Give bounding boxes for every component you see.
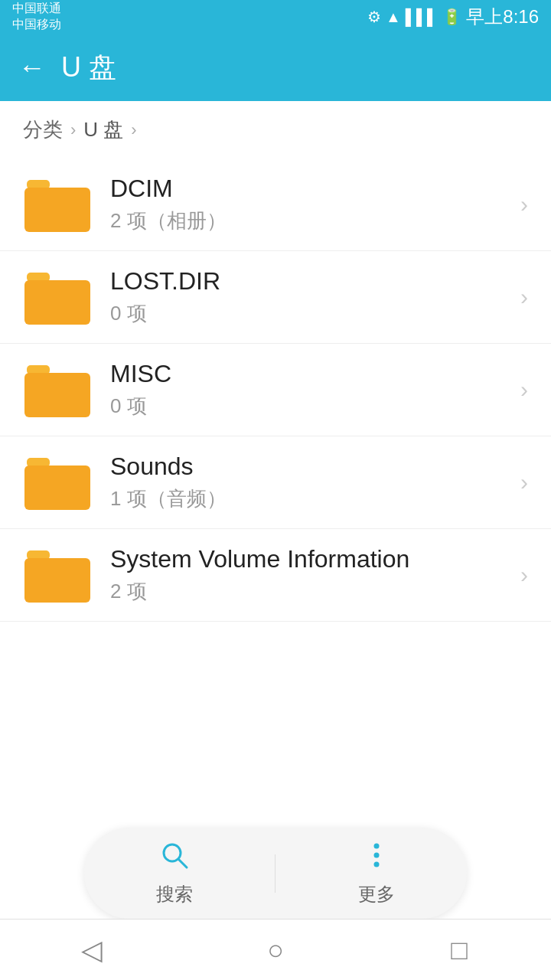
folder-icon-svi <box>23 544 92 606</box>
breadcrumb: 分类 › U 盘 › <box>0 101 551 158</box>
more-icon <box>361 840 392 877</box>
nav-recent-button[interactable]: □ <box>436 927 482 973</box>
chevron-misc: › <box>520 377 528 403</box>
chevron-dcim: › <box>520 191 528 217</box>
page-title: U 盘 <box>61 49 116 87</box>
file-item-svi[interactable]: System Volume Information 2 项 › <box>0 529 551 622</box>
svg-rect-1 <box>24 188 90 232</box>
nav-home-button[interactable]: ○ <box>253 927 298 973</box>
svg-point-12 <box>374 844 380 849</box>
folder-icon-lostdir <box>23 266 92 328</box>
more-label: 更多 <box>358 882 395 906</box>
status-time: 早上8:16 <box>466 5 539 29</box>
status-bar: 中国联通 中国移动 ⚙ ▲ ▌▌▌ 🔋 早上8:16 <box>0 0 551 34</box>
breadcrumb-root[interactable]: 分类 <box>23 116 63 143</box>
bottom-toolbar: 搜索 更多 <box>84 828 467 919</box>
file-meta-misc: 0 项 <box>110 393 513 420</box>
svg-point-14 <box>374 862 380 867</box>
folder-icon-misc <box>23 359 92 420</box>
file-info-dcim: DCIM 2 项（相册） <box>110 175 513 234</box>
file-name-dcim: DCIM <box>110 175 513 203</box>
file-name-svi: System Volume Information <box>110 545 513 573</box>
file-meta-sounds: 1 项（音频） <box>110 485 513 512</box>
svg-rect-7 <box>24 466 90 510</box>
svg-rect-5 <box>24 373 90 417</box>
search-label: 搜索 <box>156 882 193 906</box>
folder-icon-sounds <box>23 452 92 513</box>
status-icons: ⚙ ▲ ▌▌▌ 🔋 早上8:16 <box>367 5 539 29</box>
breadcrumb-sep2: › <box>131 120 136 140</box>
chevron-svi: › <box>520 562 528 588</box>
search-icon <box>159 840 190 877</box>
carrier2: 中国移动 <box>12 17 61 33</box>
nav-back-button[interactable]: ◁ <box>69 927 115 973</box>
file-item-misc[interactable]: MISC 0 项 › <box>0 344 551 436</box>
svg-point-13 <box>374 853 380 858</box>
carrier-info: 中国联通 中国移动 <box>12 1 61 33</box>
file-meta-dcim: 2 项（相册） <box>110 207 513 234</box>
file-item-sounds[interactable]: Sounds 1 项（音频） › <box>0 436 551 529</box>
toolbar-divider <box>275 854 276 893</box>
more-toolbar-item[interactable]: 更多 <box>358 840 395 906</box>
file-name-misc: MISC <box>110 360 513 388</box>
file-meta-svi: 2 项 <box>110 578 513 605</box>
wifi-icon: ▲ <box>386 8 401 26</box>
search-toolbar-item[interactable]: 搜索 <box>156 840 193 906</box>
folder-icon-dcim <box>23 174 92 235</box>
signal-icon: ▌▌▌ <box>406 8 439 26</box>
header: ← U 盘 <box>0 34 551 101</box>
svg-rect-9 <box>24 558 90 603</box>
chevron-sounds: › <box>520 469 528 495</box>
file-info-svi: System Volume Information 2 项 <box>110 545 513 605</box>
file-name-sounds: Sounds <box>110 452 513 481</box>
battery-icon: 🔋 <box>442 8 461 26</box>
breadcrumb-sep1: › <box>70 120 76 140</box>
file-name-lostdir: LOST.DIR <box>110 267 513 296</box>
file-info-lostdir: LOST.DIR 0 项 <box>110 267 513 327</box>
file-item-lostdir[interactable]: LOST.DIR 0 项 › <box>0 251 551 344</box>
back-button[interactable]: ← <box>18 51 46 83</box>
svg-rect-3 <box>24 280 90 325</box>
breadcrumb-current: U 盘 <box>83 116 123 143</box>
file-info-sounds: Sounds 1 项（音频） <box>110 452 513 512</box>
chevron-lostdir: › <box>520 284 528 310</box>
carrier1: 中国联通 <box>12 1 61 17</box>
nav-bar: ◁ ○ □ <box>0 919 551 980</box>
svg-line-11 <box>178 859 187 867</box>
file-item-dcim[interactable]: DCIM 2 项（相册） › <box>0 158 551 251</box>
bluetooth-icon: ⚙ <box>367 8 381 26</box>
file-list: DCIM 2 项（相册） › LOST.DIR 0 项 › MISC 0 项 › <box>0 158 551 622</box>
file-meta-lostdir: 0 项 <box>110 300 513 327</box>
file-info-misc: MISC 0 项 <box>110 360 513 420</box>
